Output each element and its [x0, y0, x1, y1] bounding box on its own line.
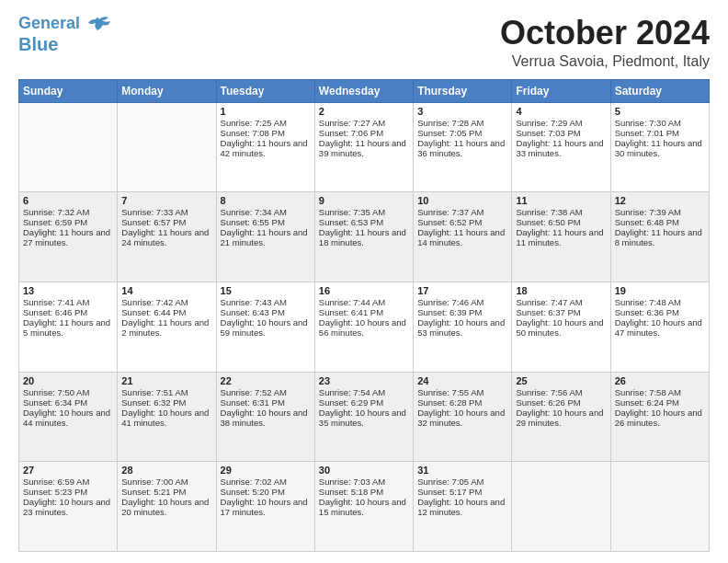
sunset-text: Sunset: 6:29 PM: [319, 397, 409, 408]
calendar-cell: 26Sunrise: 7:58 AMSunset: 6:24 PMDayligh…: [610, 372, 709, 462]
calendar-table: SundayMondayTuesdayWednesdayThursdayFrid…: [18, 79, 710, 552]
sunset-text: Sunset: 6:50 PM: [516, 217, 606, 227]
day-number: 31: [417, 465, 507, 476]
sunset-text: Sunset: 5:23 PM: [23, 487, 113, 497]
daylight-text: Daylight: 10 hours and 15 minutes.: [319, 497, 409, 517]
sunrise-text: Sunrise: 7:42 AM: [121, 297, 211, 307]
daylight-text: Daylight: 11 hours and 5 minutes.: [23, 317, 113, 338]
calendar-week-row: 1Sunrise: 7:25 AMSunset: 7:08 PMDaylight…: [19, 102, 710, 192]
logo-text-general: General: [18, 14, 80, 32]
sunset-text: Sunset: 6:46 PM: [23, 307, 113, 317]
day-number: 25: [516, 375, 606, 386]
day-number: 2: [319, 106, 409, 117]
day-number: 15: [221, 285, 311, 296]
header: General Blue October 2024 Verrua Savoia,…: [18, 15, 710, 70]
day-number: 28: [121, 465, 211, 476]
sunset-text: Sunset: 5:20 PM: [221, 487, 311, 497]
logo-bird-icon: [86, 16, 112, 34]
daylight-text: Daylight: 11 hours and 8 minutes.: [615, 227, 705, 247]
calendar-cell: 30Sunrise: 7:03 AMSunset: 5:18 PMDayligh…: [314, 462, 413, 552]
sunrise-text: Sunrise: 7:50 AM: [23, 387, 113, 397]
calendar-cell: 15Sunrise: 7:43 AMSunset: 6:43 PMDayligh…: [216, 282, 314, 372]
day-number: 5: [615, 106, 705, 117]
calendar-cell: 31Sunrise: 7:05 AMSunset: 5:17 PMDayligh…: [414, 462, 512, 552]
sunset-text: Sunset: 6:44 PM: [121, 307, 211, 317]
sunset-text: Sunset: 7:06 PM: [319, 128, 409, 138]
sunset-text: Sunset: 7:05 PM: [417, 128, 507, 138]
calendar-cell: 23Sunrise: 7:54 AMSunset: 6:29 PMDayligh…: [314, 372, 413, 462]
daylight-text: Daylight: 10 hours and 59 minutes.: [221, 317, 311, 338]
sunset-text: Sunset: 6:41 PM: [319, 307, 409, 317]
daylight-text: Daylight: 11 hours and 27 minutes.: [23, 227, 113, 247]
calendar-header-sunday: Sunday: [19, 79, 118, 102]
calendar-header-monday: Monday: [118, 79, 216, 102]
subtitle: Verrua Savoia, Piedmont, Italy: [500, 53, 710, 70]
sunrise-text: Sunrise: 7:37 AM: [417, 207, 507, 217]
day-number: 13: [23, 285, 113, 296]
sunrise-text: Sunrise: 7:55 AM: [417, 387, 507, 397]
daylight-text: Daylight: 11 hours and 2 minutes.: [121, 317, 211, 338]
day-number: 6: [23, 195, 113, 206]
sunset-text: Sunset: 6:37 PM: [516, 307, 606, 317]
calendar-header-row: SundayMondayTuesdayWednesdayThursdayFrid…: [19, 79, 710, 102]
day-number: 11: [516, 195, 606, 206]
logo: General Blue: [18, 15, 112, 54]
sunset-text: Sunset: 7:08 PM: [221, 128, 311, 138]
daylight-text: Daylight: 10 hours and 44 minutes.: [23, 408, 113, 428]
daylight-text: Daylight: 10 hours and 47 minutes.: [615, 317, 705, 338]
sunrise-text: Sunrise: 7:35 AM: [319, 207, 409, 217]
daylight-text: Daylight: 11 hours and 18 minutes.: [319, 227, 409, 247]
calendar-cell: 7Sunrise: 7:33 AMSunset: 6:57 PMDaylight…: [118, 192, 216, 282]
sunrise-text: Sunrise: 7:34 AM: [221, 207, 311, 217]
day-number: 14: [121, 285, 211, 296]
day-number: 8: [221, 195, 311, 206]
daylight-text: Daylight: 10 hours and 41 minutes.: [121, 408, 211, 428]
daylight-text: Daylight: 10 hours and 12 minutes.: [417, 497, 507, 517]
sunset-text: Sunset: 6:48 PM: [615, 217, 705, 227]
calendar-cell: 29Sunrise: 7:02 AMSunset: 5:20 PMDayligh…: [216, 462, 314, 552]
daylight-text: Daylight: 10 hours and 50 minutes.: [516, 317, 606, 338]
sunrise-text: Sunrise: 7:47 AM: [516, 297, 606, 307]
day-number: 23: [319, 375, 409, 386]
sunset-text: Sunset: 6:57 PM: [121, 217, 211, 227]
calendar-cell: 8Sunrise: 7:34 AMSunset: 6:55 PMDaylight…: [216, 192, 314, 282]
calendar-cell: 18Sunrise: 7:47 AMSunset: 6:37 PMDayligh…: [512, 282, 610, 372]
sunrise-text: Sunrise: 7:43 AM: [221, 297, 311, 307]
daylight-text: Daylight: 11 hours and 21 minutes.: [221, 227, 311, 247]
calendar-cell: 20Sunrise: 7:50 AMSunset: 6:34 PMDayligh…: [19, 372, 118, 462]
calendar-header-wednesday: Wednesday: [314, 79, 413, 102]
day-number: 20: [23, 375, 113, 386]
calendar-cell: 4Sunrise: 7:29 AMSunset: 7:03 PMDaylight…: [512, 102, 610, 192]
day-number: 21: [121, 375, 211, 386]
sunrise-text: Sunrise: 6:59 AM: [23, 477, 113, 487]
daylight-text: Daylight: 10 hours and 20 minutes.: [121, 497, 211, 517]
day-number: 7: [121, 195, 211, 206]
day-number: 24: [417, 375, 507, 386]
sunrise-text: Sunrise: 7:48 AM: [615, 297, 705, 307]
main-title: October 2024: [500, 15, 710, 52]
sunrise-text: Sunrise: 7:56 AM: [516, 387, 606, 397]
calendar-cell: 9Sunrise: 7:35 AMSunset: 6:53 PMDaylight…: [314, 192, 413, 282]
sunset-text: Sunset: 6:34 PM: [23, 397, 113, 408]
calendar-cell: [610, 462, 709, 552]
daylight-text: Daylight: 11 hours and 14 minutes.: [417, 227, 507, 247]
day-number: 19: [615, 285, 705, 296]
sunset-text: Sunset: 5:21 PM: [121, 487, 211, 497]
sunset-text: Sunset: 6:43 PM: [221, 307, 311, 317]
day-number: 10: [417, 195, 507, 206]
calendar-cell: 17Sunrise: 7:46 AMSunset: 6:39 PMDayligh…: [414, 282, 512, 372]
sunset-text: Sunset: 5:17 PM: [417, 487, 507, 497]
calendar-cell: 12Sunrise: 7:39 AMSunset: 6:48 PMDayligh…: [610, 192, 709, 282]
sunrise-text: Sunrise: 7:51 AM: [121, 387, 211, 397]
day-number: 27: [23, 465, 113, 476]
daylight-text: Daylight: 11 hours and 11 minutes.: [516, 227, 606, 247]
sunrise-text: Sunrise: 7:39 AM: [615, 207, 705, 217]
sunrise-text: Sunrise: 7:02 AM: [221, 477, 311, 487]
calendar-cell: 28Sunrise: 7:00 AMSunset: 5:21 PMDayligh…: [118, 462, 216, 552]
day-number: 18: [516, 285, 606, 296]
sunrise-text: Sunrise: 7:32 AM: [23, 207, 113, 217]
sunrise-text: Sunrise: 7:25 AM: [221, 118, 311, 128]
daylight-text: Daylight: 11 hours and 33 minutes.: [516, 138, 606, 158]
daylight-text: Daylight: 10 hours and 53 minutes.: [417, 317, 507, 338]
daylight-text: Daylight: 11 hours and 30 minutes.: [615, 138, 705, 158]
